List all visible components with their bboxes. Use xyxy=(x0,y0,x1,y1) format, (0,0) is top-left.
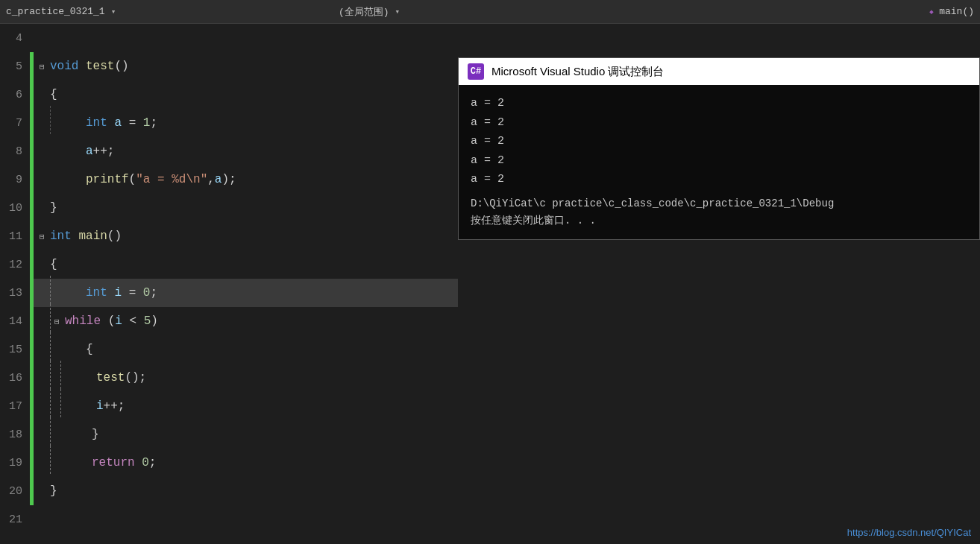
line-num-19: 19 xyxy=(0,449,30,477)
line-num-21: 21 xyxy=(0,505,30,534)
top-bar: c_practice_0321_1 ▾ (全局范围) ▾ ⬥ main() xyxy=(0,0,980,24)
main-content: 4 5 ⊟ void test() 6 { 7 xyxy=(0,24,980,544)
line-num-16: 16 xyxy=(0,364,30,392)
code-line-4: 4 xyxy=(0,24,458,52)
code-8: a++; xyxy=(34,137,458,165)
top-bar-right: ⬥ main() xyxy=(656,6,974,17)
line-num-5: 5 xyxy=(0,52,30,80)
code-line-5: 5 ⊟ void test() xyxy=(0,52,458,80)
code-5: ⊟ void test() xyxy=(34,52,458,80)
code-line-21: 21 xyxy=(0,505,458,534)
code-21 xyxy=(34,505,458,534)
line-num-13: 13 xyxy=(0,279,30,307)
code-editor[interactable]: 4 5 ⊟ void test() 6 { 7 xyxy=(0,24,458,544)
line-num-9: 9 xyxy=(0,165,30,194)
code-11: ⊟ int main() xyxy=(34,222,458,250)
line-num-14: 14 xyxy=(0,307,30,335)
debug-console-body: a = 2 a = 2 a = 2 a = 2 a = 2 D:\QiYiCat… xyxy=(459,85,979,239)
bottom-link: https://blog.csdn.net/QIYICat xyxy=(847,527,971,538)
code-12: { xyxy=(34,250,458,279)
debug-console-icon: C# xyxy=(468,63,484,80)
code-line-20: 20 } xyxy=(0,477,458,505)
debug-console: C# Microsoft Visual Studio 调试控制台 a = 2 a… xyxy=(458,57,980,240)
line-num-7: 7 xyxy=(0,109,30,137)
line-num-6: 6 xyxy=(0,80,30,109)
top-bar-center: (全局范围) ▾ xyxy=(324,5,656,19)
debug-console-titlebar: C# Microsoft Visual Studio 调试控制台 xyxy=(459,58,979,85)
line-num-4: 4 xyxy=(0,24,30,52)
line-num-15: 15 xyxy=(0,335,30,364)
code-13: int i = 0; xyxy=(34,279,458,307)
line-num-8: 8 xyxy=(0,137,30,165)
code-17: i++; xyxy=(34,392,458,420)
code-line-18: 18 } xyxy=(0,420,458,449)
output-line-3: a = 2 xyxy=(471,132,967,151)
code-line-11: 11 ⊟ int main() xyxy=(0,222,458,250)
code-7: int a = 1; xyxy=(34,109,458,137)
code-10: } xyxy=(34,194,458,222)
code-line-12: 12 { xyxy=(0,250,458,279)
line-num-20: 20 xyxy=(0,477,30,505)
code-6: { xyxy=(34,80,458,109)
code-line-16: 16 test(); xyxy=(0,364,458,392)
code-line-13: 13 int i = 0; xyxy=(0,279,458,307)
collapse-14[interactable]: ⊟ xyxy=(54,317,63,326)
output-line-4: a = 2 xyxy=(471,151,967,171)
file-title: c_practice_0321_1 xyxy=(6,6,105,17)
collapse-11[interactable]: ⊟ xyxy=(40,232,48,241)
method-label: main() xyxy=(939,6,974,17)
code-line-9: 9 printf("a = %d\n",a); xyxy=(0,165,458,194)
line-num-11: 11 xyxy=(0,222,30,250)
code-line-17: 17 i++; xyxy=(0,392,458,420)
code-line-10: 10 } xyxy=(0,194,458,222)
code-line-15: 15 { xyxy=(0,335,458,364)
code-18: } xyxy=(34,420,458,449)
method-icon: ⬥ xyxy=(929,6,935,17)
output-line-5: a = 2 xyxy=(471,170,967,189)
code-14: ⊟ while (i < 5) xyxy=(34,307,458,335)
line-num-12: 12 xyxy=(0,250,30,279)
line-num-10: 10 xyxy=(0,194,30,222)
code-line-19: 19 return 0; xyxy=(0,449,458,477)
code-4 xyxy=(34,24,458,52)
code-line-8: 8 a++; xyxy=(0,137,458,165)
scope-dropdown-arrow[interactable]: ▾ xyxy=(395,7,401,16)
code-19: return 0; xyxy=(34,449,458,477)
output-line-2: a = 2 xyxy=(471,113,967,133)
code-line-14: 14 ⊟ while (i < 5) xyxy=(0,307,458,335)
code-16: test(); xyxy=(34,364,458,392)
debug-close-msg: 按任意键关闭此窗口. . . xyxy=(471,212,967,230)
code-line-6: 6 { xyxy=(0,80,458,109)
code-20: } xyxy=(34,477,458,505)
line-num-17: 17 xyxy=(0,392,30,420)
debug-path: D:\QiYiCat\c practice\c_class_code\c_pra… xyxy=(471,195,967,213)
line-num-18: 18 xyxy=(0,420,30,449)
code-line-7: 7 int a = 1; xyxy=(0,109,458,137)
code-15: { xyxy=(34,335,458,364)
collapse-5[interactable]: ⊟ xyxy=(40,62,48,72)
file-dropdown-arrow[interactable]: ▾ xyxy=(111,7,116,16)
code-9: printf("a = %d\n",a); xyxy=(34,165,458,194)
debug-console-title: Microsoft Visual Studio 调试控制台 xyxy=(491,65,664,79)
scope-label: (全局范围) xyxy=(339,5,389,19)
top-bar-left: c_practice_0321_1 ▾ xyxy=(6,6,324,17)
output-line-1: a = 2 xyxy=(471,94,967,113)
